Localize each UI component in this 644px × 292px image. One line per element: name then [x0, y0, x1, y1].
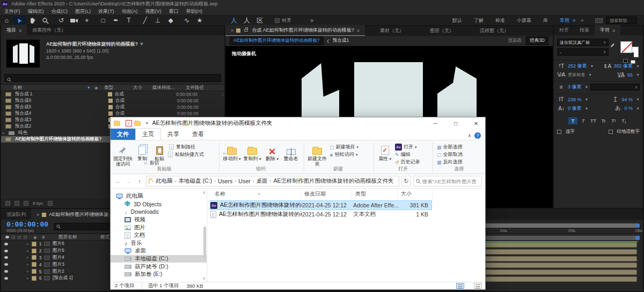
- qat-new-folder-icon[interactable]: [134, 121, 141, 125]
- col-mode[interactable]: 模式: [100, 234, 109, 241]
- workspace-menu-icon[interactable]: ≡: [573, 18, 575, 23]
- file-row-txt[interactable]: AE怎样制作图片围绕物体旋转的动画模... 2021-04-25 12:12 文…: [210, 210, 431, 219]
- col-duration[interactable]: 媒体持续...: [152, 85, 186, 91]
- eyedropper-icon[interactable]: [610, 43, 615, 49]
- menu-item-layer[interactable]: 图层(L): [75, 8, 91, 15]
- select-all-button[interactable]: ▦全部选择: [437, 144, 463, 151]
- shared-view-icon[interactable]: »: [305, 16, 318, 26]
- panel-menu-icon[interactable]: ≡: [357, 28, 360, 33]
- snap-checkbox[interactable]: [275, 18, 280, 23]
- rename-button[interactable]: 重命名: [281, 142, 301, 161]
- renderer-value[interactable]: 经典3D: [526, 36, 548, 45]
- menu-item-animation[interactable]: 动画(A): [122, 8, 138, 15]
- hand-tool-icon[interactable]: [26, 17, 39, 24]
- workspace-small-screen[interactable]: 小屏幕: [517, 17, 531, 24]
- col-header-date[interactable]: 修改日期: [301, 189, 352, 199]
- back-button[interactable]: ←: [114, 178, 122, 184]
- sidebar-documents[interactable]: 文档: [111, 231, 207, 239]
- workspace-default[interactable]: 默认: [452, 17, 462, 24]
- viewer-breadcrumb-sub[interactable]: 预合成1: [333, 38, 349, 44]
- tab-render-queue[interactable]: 渲染队列: [1, 209, 31, 220]
- small-caps-button[interactable]: Tr: [599, 117, 608, 124]
- col-size[interactable]: 大小: [133, 85, 152, 91]
- panel-dock-icon[interactable]: [595, 18, 603, 23]
- forward-button[interactable]: →: [125, 178, 133, 184]
- eye-icon[interactable]: [4, 250, 8, 252]
- workspace-standard[interactable]: 标准: [495, 17, 505, 24]
- eye-icon[interactable]: [4, 270, 8, 273]
- breadcrumb[interactable]: ›此电脑 ›本地磁盘 (C:) ›Users ›User ›桌面 ›AE怎样制作…: [146, 176, 399, 186]
- menu-item-effect[interactable]: 效果(T): [98, 8, 114, 15]
- trash-icon[interactable]: [48, 201, 53, 206]
- ribbon-tab-view[interactable]: 查看: [186, 129, 210, 140]
- collapse-ribbon-icon[interactable]: ∧: [467, 133, 471, 138]
- sidebar-music[interactable]: ♪音乐: [111, 239, 207, 248]
- col-path[interactable]: 文件路径: [186, 85, 204, 91]
- copy-button[interactable]: 复制: [134, 142, 150, 161]
- copy-path-button[interactable]: 复制路径: [169, 144, 195, 151]
- address-dropdown-icon[interactable]: ∨: [398, 178, 399, 184]
- camera-tool-icon[interactable]: [68, 18, 80, 24]
- up-button[interactable]: ↑: [135, 178, 144, 184]
- new-folder-button[interactable]: 新建文件夹: [307, 142, 327, 167]
- tab-footage[interactable]: 素材（无）: [375, 25, 409, 36]
- close-button[interactable]: ×: [467, 117, 485, 129]
- easy-access-button[interactable]: ◈轻松访问▾: [330, 151, 357, 158]
- sidebar-3d-objects[interactable]: 3D Objects: [111, 200, 207, 208]
- puppet-pin-tool-icon[interactable]: ★: [193, 16, 206, 26]
- zoom-tool-icon[interactable]: [39, 17, 52, 24]
- crumb-user[interactable]: User: [238, 178, 250, 184]
- tab-project[interactable]: 项目≡: [1, 25, 27, 35]
- sidebar-videos[interactable]: 视频: [111, 216, 207, 224]
- sidebar-pictures[interactable]: 图片: [111, 223, 207, 231]
- tsume-value[interactable]: 0 %: [625, 106, 633, 111]
- sidebar-drive-e[interactable]: 新加卷 (E:): [111, 271, 207, 279]
- workspace-learn[interactable]: 了解: [474, 17, 484, 24]
- clone-stamp-tool-icon[interactable]: ⊥: [151, 16, 164, 26]
- ribbon-tab-share[interactable]: 共享: [161, 129, 186, 140]
- baseline-shift-value[interactable]: 0 像素: [568, 105, 582, 112]
- menu-item-window[interactable]: 窗口: [169, 8, 179, 15]
- project-comp-name[interactable]: AE如何制作图片环绕物体旋转的动画模板? ▼: [46, 41, 144, 48]
- pin-quick-access-button[interactable]: 固定到快速访问: [113, 142, 133, 167]
- tab-layer[interactable]: 图层（无）: [425, 25, 459, 36]
- sidebar-downloads[interactable]: ↓Downloads: [111, 208, 207, 216]
- eye-icon[interactable]: [4, 277, 8, 280]
- file-row-aep[interactable]: Ae AE怎样制作图片围绕物体旋转的动画模... 2021-04-25 12:1…: [210, 201, 431, 209]
- all-caps-button[interactable]: TT: [589, 117, 598, 124]
- stroke-width-value[interactable]: 3 像素: [568, 84, 582, 91]
- new-item-button[interactable]: ▢新建项目▾: [330, 144, 358, 151]
- rotate-tool-icon[interactable]: ↺: [55, 16, 68, 26]
- ribbon-tab-home[interactable]: 主页: [135, 128, 161, 140]
- viewer-breadcrumb[interactable]: AE如何制作图片环绕物体旋转的动画模板?: [230, 36, 324, 45]
- menu-item-edit[interactable]: 编辑(E): [28, 8, 44, 15]
- workspace-common[interactable]: 常用: [560, 17, 569, 24]
- qat-customize-icon[interactable]: ▾: [146, 121, 148, 125]
- tag-icon[interactable]: ◈: [94, 85, 104, 91]
- menu-item-composition[interactable]: 合成(C): [52, 8, 68, 15]
- explorer-titlebar[interactable]: ✓ ▾ AE怎样制作图片围绕物体旋转的动画模板文件夹 ─ □ ×: [111, 117, 485, 129]
- close-tab-icon[interactable]: ×: [231, 28, 233, 33]
- new-composition-icon[interactable]: [24, 201, 28, 206]
- brush-tool-icon[interactable]: ╱: [138, 16, 151, 26]
- type-tool-icon[interactable]: T: [122, 16, 135, 26]
- ribbon-tab-file[interactable]: 文件: [111, 129, 135, 140]
- selection-tool-icon[interactable]: ➤: [13, 16, 26, 26]
- sidebar-scroll-up-icon[interactable]: ∧: [202, 190, 206, 195]
- tab-paragraph[interactable]: 段落: [574, 25, 595, 35]
- help-icon[interactable]: ?: [474, 132, 481, 139]
- qat-properties-icon[interactable]: ✓: [126, 120, 132, 126]
- crumb-drive-c[interactable]: 本地磁盘 (C:): [179, 177, 212, 185]
- invert-selection-button[interactable]: ▩反向选择: [437, 159, 463, 166]
- eye-icon[interactable]: [4, 256, 8, 259]
- col-type[interactable]: 类型: [104, 85, 133, 91]
- font-style-select[interactable]: -∨: [557, 48, 609, 56]
- menu-item-view[interactable]: 视图(V): [145, 8, 162, 15]
- sidebar-drive-d[interactable]: 葫芦姥爷 (D:): [111, 263, 207, 271]
- bit-depth-label[interactable]: 8 bpc: [33, 201, 43, 206]
- crumb-current-folder[interactable]: AE怎样制作图片围绕物体旋转的动画模板文件夹: [274, 177, 394, 185]
- open-button[interactable]: Ae打开▾: [395, 144, 417, 151]
- tab-composition-viewer[interactable]: × 合成 AE如何制作图片环绕物体旋转的动画模板? ≡: [225, 25, 365, 36]
- menu-item-help[interactable]: 帮助(H): [186, 8, 203, 15]
- eye-icon[interactable]: [4, 243, 8, 245]
